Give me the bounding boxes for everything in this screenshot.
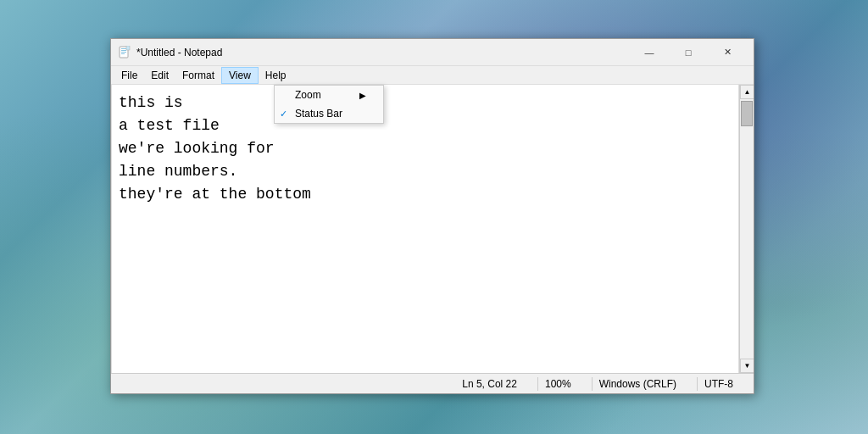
notepad-icon: [118, 46, 131, 59]
svg-rect-4: [121, 53, 125, 54]
menu-view[interactable]: View: [221, 67, 259, 84]
status-sep-1: [537, 377, 538, 391]
window-title: *Untitled - Notepad: [136, 47, 630, 58]
title-bar: *Untitled - Notepad — □ ✕: [111, 39, 754, 66]
zoom-label: Zoom: [295, 89, 321, 101]
menu-file[interactable]: File: [114, 68, 144, 83]
svg-rect-3: [121, 52, 126, 53]
notepad-window: *Untitled - Notepad — □ ✕ File Edit Form…: [110, 38, 754, 394]
svg-rect-2: [121, 50, 126, 51]
minimize-button[interactable]: —: [630, 39, 669, 66]
close-button[interactable]: ✕: [708, 39, 747, 66]
scrollbar: ▲ ▼: [739, 85, 754, 373]
maximize-button[interactable]: □: [669, 39, 708, 66]
svg-rect-1: [121, 48, 126, 49]
status-bar: Ln 5, Col 22 100% Windows (CRLF) UTF-8: [111, 373, 754, 393]
scroll-up-arrow[interactable]: ▲: [740, 85, 754, 99]
menu-bar: File Edit Format View Help Zoom ▶ ✓ Stat…: [111, 66, 754, 85]
dropdown-item-statusbar[interactable]: ✓ Status Bar: [275, 104, 383, 123]
menu-help[interactable]: Help: [259, 68, 293, 83]
menu-format[interactable]: Format: [175, 68, 221, 83]
scroll-thumb[interactable]: [741, 101, 753, 126]
svg-rect-5: [126, 46, 130, 50]
status-encoding: UTF-8: [704, 378, 747, 390]
status-zoom: 100%: [545, 378, 585, 390]
status-position: Ln 5, Col 22: [462, 378, 531, 390]
menu-edit[interactable]: Edit: [144, 68, 175, 83]
zoom-arrow-icon: ▶: [353, 91, 366, 100]
statusbar-check-icon: ✓: [280, 108, 287, 120]
scroll-track: [740, 99, 754, 359]
text-editor[interactable]: this is a test file we're looking for li…: [111, 85, 739, 373]
status-sep-2: [592, 377, 593, 391]
editor-area: this is a test file we're looking for li…: [111, 85, 754, 373]
window-controls: — □ ✕: [630, 39, 747, 66]
editor-content: this is a test file we're looking for li…: [119, 92, 721, 206]
dropdown-item-zoom[interactable]: Zoom ▶: [275, 86, 383, 104]
scroll-down-arrow[interactable]: ▼: [740, 359, 754, 373]
status-sep-3: [697, 377, 698, 391]
view-dropdown-menu: Zoom ▶ ✓ Status Bar: [274, 85, 384, 124]
statusbar-label: Status Bar: [295, 108, 342, 120]
status-line-ending: Windows (CRLF): [599, 378, 690, 390]
